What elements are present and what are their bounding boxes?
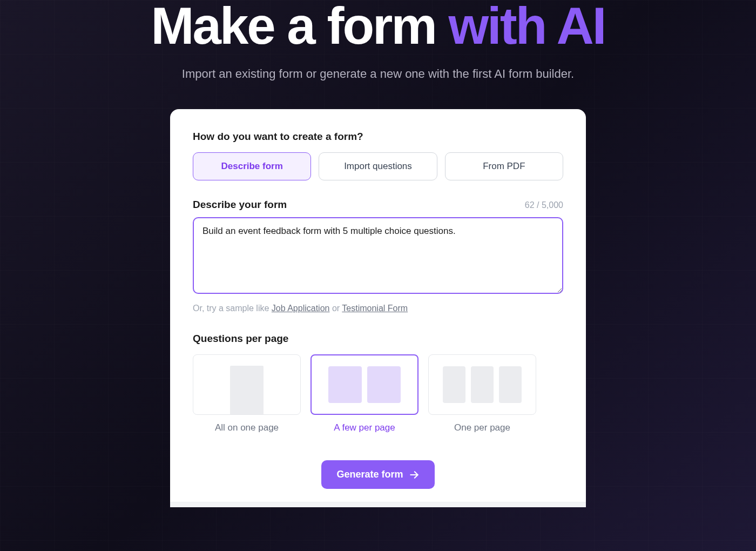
card-footer-divider bbox=[170, 502, 586, 507]
generate-form-button[interactable]: Generate form bbox=[321, 460, 434, 489]
method-section-label: How do you want to create a form? bbox=[193, 131, 563, 143]
layout-option-all-one-page[interactable]: All on one page bbox=[193, 354, 301, 433]
arrow-right-icon bbox=[409, 469, 420, 480]
layout-preview-all bbox=[193, 354, 301, 415]
layout-shape bbox=[499, 366, 522, 403]
hero-title-part1: Make a form bbox=[151, 0, 449, 55]
sample-link-testimonial-form[interactable]: Testimonial Form bbox=[342, 304, 408, 313]
sample-hint-joiner: or bbox=[329, 304, 342, 313]
generate-button-label: Generate form bbox=[336, 469, 403, 480]
method-tabs: Describe form Import questions From PDF bbox=[193, 152, 563, 180]
layout-shape bbox=[443, 366, 465, 403]
layout-label-all: All on one page bbox=[215, 422, 279, 433]
sample-hint: Or, try a sample like Job Application or… bbox=[193, 304, 563, 313]
layout-options: All on one page A few per page One per p… bbox=[193, 354, 563, 433]
layout-preview-few bbox=[310, 354, 418, 415]
tab-describe-form[interactable]: Describe form bbox=[193, 152, 311, 180]
layout-shape bbox=[230, 366, 264, 414]
layout-section-label: Questions per page bbox=[193, 333, 563, 345]
tab-from-pdf[interactable]: From PDF bbox=[445, 152, 563, 180]
layout-option-few-per-page[interactable]: A few per page bbox=[310, 354, 418, 433]
layout-option-one-per-page[interactable]: One per page bbox=[428, 354, 536, 433]
tab-import-questions[interactable]: Import questions bbox=[319, 152, 437, 180]
describe-input[interactable] bbox=[193, 217, 563, 294]
layout-shape bbox=[471, 366, 494, 403]
sample-hint-prefix: Or, try a sample like bbox=[193, 304, 272, 313]
hero-title-accent: with AI bbox=[448, 0, 605, 55]
char-count: 62 / 5,000 bbox=[525, 200, 563, 210]
layout-label-one: One per page bbox=[454, 422, 510, 433]
sample-link-job-application[interactable]: Job Application bbox=[272, 304, 330, 313]
layout-shape bbox=[367, 366, 401, 403]
layout-label-few: A few per page bbox=[334, 422, 395, 433]
form-builder-card: How do you want to create a form? Descri… bbox=[170, 109, 586, 507]
layout-preview-one bbox=[428, 354, 536, 415]
hero-subtitle: Import an existing form or generate a ne… bbox=[0, 67, 756, 81]
hero-title: Make a form with AI bbox=[0, 0, 756, 52]
layout-shape bbox=[328, 366, 362, 403]
describe-label: Describe your form bbox=[193, 199, 287, 211]
